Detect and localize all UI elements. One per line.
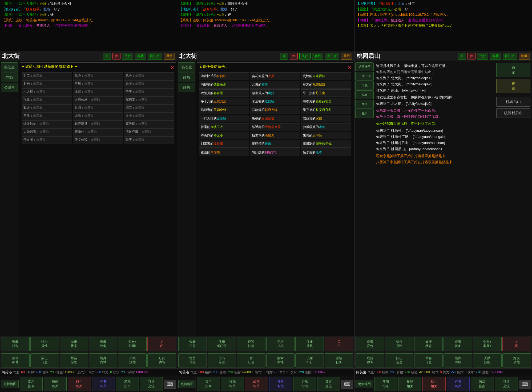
sidebar-char-12[interactable]: 兔肉 <box>355 109 374 118</box>
loc-btn-hide-3[interactable]: 隐藏 <box>519 53 530 59</box>
nav-guide-3[interactable]: 游戏指南 <box>471 377 494 391</box>
loc-btn-display-1[interactable]: 显示 <box>164 53 175 59</box>
nav-fight-1[interactable]: 战斗相关 <box>68 377 91 391</box>
loc-btn-return-2[interactable]: 回门派 <box>325 53 339 59</box>
location-tag-2[interactable]: 桃园村后山 <box>496 108 530 118</box>
nav-common-2[interactable]: 常用指令 <box>197 377 220 391</box>
location-tag-1[interactable]: 桃园后山 <box>496 97 530 107</box>
btn-close-3[interactable]: 关闭 <box>502 337 531 351</box>
loc-btn-return-1[interactable]: 回门派 <box>148 53 162 59</box>
nav-channel-1[interactable]: 频道交流 <box>140 377 163 391</box>
btn-maptreasure-2[interactable]: 地图寻宝 <box>178 353 207 367</box>
nav-fight-2[interactable]: 战斗相关 <box>245 377 268 391</box>
btn-attr-1[interactable]: 综合属性 <box>30 337 59 351</box>
loc-btn-stop-1[interactable]: 停 <box>112 53 120 59</box>
btn-talisman-2[interactable]: 使用师门符 <box>208 337 236 351</box>
cal-icon-1[interactable]: ⌨ <box>164 380 176 389</box>
cal-icon-3[interactable]: ⌨ <box>519 380 531 389</box>
sidebar-char-10[interactable]: 兔肉 <box>355 90 374 99</box>
btn-equip-3[interactable]: 查看装备 <box>444 337 472 351</box>
loc-btn-stop-3[interactable]: 停 <box>467 53 475 59</box>
loc-btn-open-1[interactable]: 开 <box>103 53 111 59</box>
loc-btn-inn-3[interactable]: 客栈 <box>490 53 501 59</box>
sidebar-char-6[interactable]: 静奶 <box>178 83 195 92</box>
sidebar-char-11[interactable]: 兔肉 <box>355 100 374 109</box>
nav-channel-3[interactable]: 频道交流 <box>495 377 518 391</box>
loc-btn-fly-2[interactable]: 飞行 <box>299 53 311 59</box>
btn-redenvelope-2[interactable]: 发红包 <box>237 353 265 367</box>
sidebar-char-5[interactable]: 静奶 <box>178 73 195 82</box>
btn-stophang-2[interactable]: 停止挂机 <box>295 337 324 351</box>
btn-ranking-2[interactable]: 玩家排行 <box>295 353 324 367</box>
btn-friend-1[interactable]: 好友功能 <box>147 353 176 367</box>
sidebar-char-2[interactable]: 静奶 <box>1 73 18 82</box>
loc-btn-inn-2[interactable]: 客栈 <box>312 53 323 59</box>
btn-shop-1[interactable]: 随身商城 <box>89 353 118 367</box>
nav-guide-2[interactable]: 游戏指南 <box>293 377 316 391</box>
btn-friend-3[interactable]: 好友功能 <box>502 353 531 367</box>
guancha-btn[interactable]: 观察 <box>496 79 530 93</box>
btn-attr-3[interactable]: 综合属性 <box>385 337 413 351</box>
btn-close-2[interactable]: 关闭 <box>325 337 353 351</box>
ach-close-btn[interactable]: ✕ <box>171 65 174 70</box>
btn-booktreasure-2[interactable]: 天书寻宝 <box>208 353 236 367</box>
btn-backpack-1[interactable]: 查看背包 <box>1 337 30 351</box>
ziding-btn[interactable]: 自定 <box>496 63 530 77</box>
btn-achievement-1[interactable]: 成就称号 <box>1 353 30 367</box>
p3-line: 你来到了 桃源村。 [/d/taoyuan/taoyuancun] <box>376 128 493 134</box>
btn-searchlocal-2[interactable]: 搜索本地 <box>266 353 295 367</box>
sidebar-char-9[interactable]: 司鲵 <box>355 81 374 90</box>
nav-channel-2[interactable]: 频道交流 <box>317 377 340 391</box>
nav-task-2[interactable]: 任务相关 <box>269 377 292 391</box>
btn-equip-1[interactable]: 查看装备 <box>89 337 118 351</box>
sidebar-char-3[interactable]: 公治琴 <box>1 83 18 92</box>
loc-btn-fly-1[interactable]: 飞行 <box>122 53 133 59</box>
nav-guide-1[interactable]: 游戏指南 <box>116 377 139 391</box>
btn-guild-3[interactable]: 帮会信息 <box>414 353 443 367</box>
nav-fight-3[interactable]: 战斗相关 <box>422 377 446 391</box>
sidebar-char-4[interactable]: 笑苍生 <box>178 62 195 72</box>
btn-talent-1[interactable]: 天赋技能 <box>118 353 147 367</box>
update-map-btn-2[interactable]: 更新地图 <box>178 380 196 388</box>
btn-team-1[interactable]: 队伍信息 <box>30 353 59 367</box>
task-close-btn[interactable]: ✕ <box>348 65 351 70</box>
sidebar-char-7[interactable]: 八重神子 <box>355 62 374 71</box>
nav-common-3[interactable]: 常用指令 <box>374 377 397 391</box>
btn-team-3[interactable]: 队伍信息 <box>385 353 413 367</box>
loc-btn-display-2[interactable]: 显示 <box>341 53 352 59</box>
btn-role-1[interactable]: 角色↑家园↑ <box>118 337 147 351</box>
btn-talent-3[interactable]: 天赋技能 <box>473 353 502 367</box>
btn-starthang-2[interactable]: 开始挂机 <box>266 337 295 351</box>
update-map-btn-1[interactable]: 更新地图 <box>1 380 19 388</box>
cal-icon-2[interactable]: ⌨ <box>341 380 353 389</box>
loc-btn-stop-2[interactable]: 停 <box>290 53 298 59</box>
btn-close-1[interactable]: 关闭 <box>147 337 176 351</box>
nav-skill-3[interactable]: 技能相关 <box>398 377 422 391</box>
loc-btn-return-3[interactable]: 回门派 <box>503 53 517 59</box>
loc-btn-inn-1[interactable]: 客栈 <box>135 53 146 59</box>
btn-achievement-3[interactable]: 成就称号 <box>356 353 384 367</box>
sidebar-char-1[interactable]: 笑苍生 <box>1 62 18 72</box>
btn-role-3[interactable]: 角色↑家园↑ <box>473 337 502 351</box>
sidebar-char-8[interactable]: 三达不溜 <box>355 72 374 81</box>
chat-line: 【系统】连线：阿芙洛(shoushi)由106.119.70.244连线进入。 <box>2 18 175 23</box>
loc-btn-open-2[interactable]: 开 <box>280 53 288 59</box>
update-map-btn-3[interactable]: 更新地图 <box>356 380 373 388</box>
btn-guild-1[interactable]: 帮会信息 <box>60 353 88 367</box>
btn-backpack-3[interactable]: 查看背包 <box>356 337 384 351</box>
stat-hp-3: 气血: 600 <box>368 370 381 375</box>
nav-common-1[interactable]: 常用指令 <box>20 377 43 391</box>
char-name-3: 阿芙洛 <box>356 370 366 375</box>
loc-btn-open-3[interactable]: 开 <box>458 53 466 59</box>
nav-task-1[interactable]: 任务相关 <box>92 377 115 391</box>
nav-skill-2[interactable]: 技能相关 <box>221 377 244 391</box>
btn-viewtask-2[interactable]: 查看任务 <box>178 337 207 351</box>
loc-btn-fly-3[interactable]: 飞行 <box>477 53 488 59</box>
nav-skill-1[interactable]: 技能相关 <box>44 377 67 391</box>
btn-health-3[interactable]: 健康状态 <box>414 337 443 351</box>
nav-task-3[interactable]: 任务相关 <box>447 377 470 391</box>
btn-health-1[interactable]: 健康状态 <box>60 337 88 351</box>
btn-sethang-2[interactable]: 设置挂机 <box>237 337 265 351</box>
btn-baojing-2[interactable]: 宝镜任务 <box>325 353 353 367</box>
btn-shop-3[interactable]: 随身商城 <box>444 353 472 367</box>
